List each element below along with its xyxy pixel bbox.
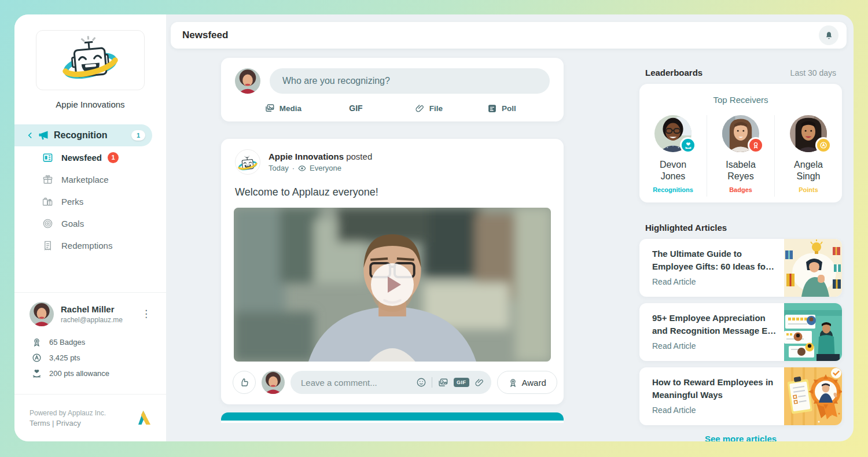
read-article-link[interactable]: Read Article [652,341,778,351]
post-meta-dot: · [292,164,295,172]
article-title: The Ultimate Guide to Employee Gifts: 60… [652,248,778,273]
sidebar-item-label: Newsfeed [61,153,102,163]
main-area: Newsfeed [166,14,854,441]
article-card-3[interactable]: How to Reward Employees in Meaningful Wa… [639,367,842,425]
notification-count-badge: 1 [108,152,119,163]
sidebar-item-goals[interactable]: Goals [14,212,166,234]
article-thumbnail-messages [784,303,842,361]
comment-input-pill: GIF [290,371,491,394]
robot-mascot-icon [56,35,125,85]
user-avatar[interactable] [30,302,54,326]
marketplace-icon [42,174,53,185]
user-stats: 65 Badges 3,425 pts 200 pts allowance [30,334,155,381]
play-icon [388,277,401,293]
terms-link[interactable]: Terms [30,419,50,427]
sidebar-item-label: Redemptions [61,241,112,250]
powered-by-text: Powered by Applauz Inc. [30,407,106,419]
poll-button[interactable]: Poll [465,103,538,113]
app-window: Appie Innovations Recognition 1 Newsfee [14,14,854,441]
award-button[interactable]: Award [497,371,557,394]
points-icon [815,137,832,153]
page-title: Newsfeed [182,30,228,41]
post-video[interactable] [234,208,551,362]
stat-allowance: 200 pts allowance [32,366,155,381]
sidebar-item-redemptions[interactable]: Redemptions [14,234,166,256]
media-icon[interactable] [437,377,448,388]
read-article-link[interactable]: Read Article [652,406,778,415]
sidebar-footer: Powered by Applauz Inc. Terms | Privacy [14,394,166,441]
post-author-avatar [235,149,260,175]
post-author-name: Appie Innovations [269,152,344,161]
article-thumbnail-rewards [784,367,842,425]
receiver-name: Isabela Reyes [718,159,764,182]
article-card-1[interactable]: The Ultimate Guide to Employee Gifts: 60… [639,239,842,297]
articles-heading: Highlighted Articles [645,223,842,233]
recognize-input[interactable] [270,68,550,94]
post-text: Welcome to Applauz everyone! [221,180,564,208]
receiver-isabela-reyes[interactable]: Isabela Reyes Badges [707,115,774,197]
page-header: Newsfeed [171,22,847,49]
comment-input[interactable] [301,378,416,388]
post-verb: posted [346,152,372,161]
gif-icon[interactable]: GIF [454,378,469,387]
article-card-2[interactable]: 95+ Employee Appreciation and Recognitio… [639,303,842,361]
user-name: Rachel Miller [61,304,123,314]
company-logo[interactable] [36,30,145,90]
eye-icon [298,164,306,172]
media-button[interactable]: Media [247,103,319,113]
perks-icon [42,196,53,207]
article-thumbnail-gifts [784,239,842,297]
privacy-link[interactable]: Privacy [56,419,81,427]
points-icon [32,353,42,363]
newsfeed-icon [42,152,53,163]
receiver-category: Points [799,186,818,193]
receiver-category: Recognitions [653,186,693,193]
goals-icon [42,218,53,229]
sidebar-item-perks[interactable]: Perks [14,190,166,212]
paperclip-icon [415,104,425,113]
next-post-peek [221,412,564,421]
receiver-devon-jones[interactable]: Devon Jones Recognitions [639,115,707,197]
receiver-name: Angela Singh [785,159,832,182]
commenter-avatar [262,371,285,394]
poll-icon [487,104,497,113]
section-count-badge: 1 [131,130,145,141]
hand-heart-icon [680,137,696,153]
footer-separator: | [52,419,54,427]
play-button[interactable] [371,263,414,306]
notifications-button[interactable] [819,25,838,45]
file-button[interactable]: File [392,103,465,113]
bell-icon [824,31,834,40]
leaderboard-card-title: Top Receivers [639,95,842,105]
sidebar-item-marketplace[interactable]: Marketplace [14,168,166,190]
gif-button[interactable]: GIF [319,103,392,113]
leaderboards-period: Last 30 days [790,68,836,78]
receiver-category: Badges [729,186,752,193]
see-more-articles-link[interactable]: See more articles [639,434,842,441]
paperclip-icon[interactable] [475,378,484,388]
right-rail: Leaderboards Last 30 days Top Receivers [639,49,842,441]
receiver-angela-singh[interactable]: Angela Singh Points [774,115,842,197]
article-title: How to Reward Employees in Meaningful Wa… [652,376,778,401]
user-block: Rachel Miller rachel@applauz.me ⋮ 65 Bad… [14,292,166,385]
sidebar-item-newsfeed[interactable]: Newsfeed 1 [14,146,166,168]
stat-badges: 65 Badges [32,334,155,350]
article-title: 95+ Employee Appreciation and Recognitio… [652,312,778,337]
post-composer: Media GIF File Poll [221,58,564,121]
sidebar-item-label: Marketplace [61,175,109,185]
applauz-logo-icon [135,409,151,425]
user-email: rachel@applauz.me [61,316,123,324]
like-button[interactable] [233,371,256,394]
medal-icon [32,337,42,347]
medal-icon [748,137,764,153]
sidebar-item-recognition[interactable]: Recognition 1 [14,124,152,146]
read-article-link[interactable]: Read Article [652,277,778,286]
kebab-menu-icon[interactable]: ⋮ [138,305,155,322]
post-audience: Everyone [310,164,341,172]
thumbs-up-icon [239,377,249,388]
stat-points: 3,425 pts [32,350,155,366]
redemptions-icon [42,240,53,251]
feed-column: Media GIF File Poll [221,49,564,441]
composer-avatar [235,68,260,94]
emoji-icon[interactable] [416,377,426,388]
